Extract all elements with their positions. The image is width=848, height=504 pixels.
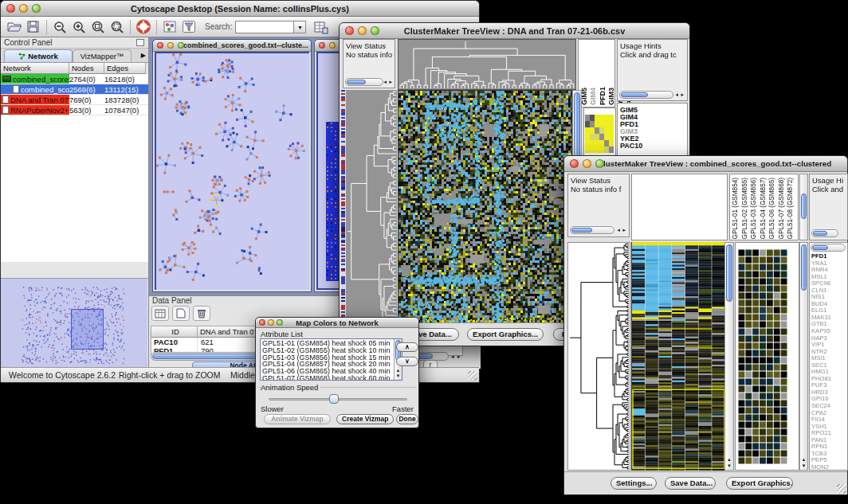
scroll-down-icon[interactable]: ▼ bbox=[725, 463, 733, 469]
attribute-item[interactable]: GPL51-07 (GSM868) heat shock 60 min bbox=[262, 375, 393, 381]
search-input[interactable] bbox=[235, 21, 294, 33]
gene-label[interactable]: RPO21 bbox=[811, 430, 847, 437]
array-label[interactable]: GPL51-01 (GSM854) bbox=[732, 178, 741, 239]
animate-vizmap-button[interactable]: Animate Vizmap bbox=[264, 414, 331, 424]
scroll-left-icon[interactable]: ◂ bbox=[451, 353, 454, 361]
treeview-combined-titlebar[interactable]: ClusterMaker TreeView : combined_scores_… bbox=[564, 156, 847, 172]
gene-label[interactable]: KAP95 bbox=[811, 328, 847, 335]
heatmap-canvas[interactable] bbox=[631, 242, 725, 471]
select-attributes-icon[interactable] bbox=[151, 306, 169, 321]
gene-label[interactable]: YRA1 bbox=[811, 260, 847, 268]
selected-cluster-matrix[interactable] bbox=[585, 115, 614, 153]
zoom-out-icon[interactable] bbox=[50, 18, 69, 36]
usage-hints-hscrollbar[interactable] bbox=[619, 91, 673, 99]
scroll-right-icon[interactable]: ▸ bbox=[389, 78, 392, 86]
gene-label[interactable]: RNR4 bbox=[811, 267, 847, 274]
gene-label[interactable]: PHO81 bbox=[811, 376, 847, 383]
column-tree-area[interactable] bbox=[631, 174, 728, 240]
gene-label[interactable]: HAP3 bbox=[811, 335, 847, 342]
scroll-down-icon[interactable]: ▼ bbox=[395, 373, 402, 379]
array-label[interactable]: GPL51-08 (GSM872) bbox=[787, 178, 796, 239]
speed-slider-thumb[interactable] bbox=[329, 394, 339, 404]
close-icon[interactable] bbox=[570, 159, 579, 168]
minimize-icon[interactable] bbox=[19, 4, 28, 13]
gene-label[interactable]: SPC98 bbox=[811, 280, 847, 287]
move-up-button[interactable]: ∧ bbox=[396, 342, 418, 352]
gene-label[interactable]: PUF3 bbox=[811, 382, 847, 389]
minimize-icon[interactable] bbox=[329, 42, 336, 49]
network-table-row[interactable]: combined_scores 2764(0) 16218(0) bbox=[1, 74, 148, 84]
delete-attribute-icon[interactable] bbox=[193, 306, 210, 321]
minimize-icon[interactable] bbox=[583, 159, 591, 168]
float-panel-icon[interactable] bbox=[136, 39, 144, 46]
network-table-row[interactable]: RNAPuberNov2+ 563(0) 107847(0) bbox=[1, 105, 148, 115]
attribute-item[interactable]: GPL51-02 (GSM855) heat shock 10 min bbox=[262, 347, 393, 354]
gene-label[interactable]: TCB3 bbox=[811, 451, 847, 458]
gene-label[interactable]: GPI16 bbox=[811, 396, 847, 403]
gene-label[interactable]: HMG1 bbox=[811, 369, 847, 376]
vizmapper-icon[interactable] bbox=[160, 18, 179, 36]
birdseye-canvas[interactable] bbox=[1, 279, 147, 368]
row-gene-label[interactable]: PAC10 bbox=[620, 143, 687, 150]
gene-label[interactable]: SEC1 bbox=[811, 362, 847, 369]
zoom-in-icon[interactable] bbox=[69, 18, 88, 36]
zoom-fit-icon[interactable] bbox=[88, 18, 108, 36]
gene-label[interactable]: RPN1 bbox=[811, 443, 847, 451]
scroll-right-icon[interactable]: ▸ bbox=[457, 353, 461, 361]
tab-overflow-icon[interactable]: ▶ bbox=[141, 52, 146, 59]
gene-label[interactable]: CLN1 bbox=[811, 287, 847, 295]
view-status-hscrollbar[interactable] bbox=[570, 226, 614, 234]
attribute-listbox[interactable]: GPL51-01 (GSM854) heat shock 05 minGPL51… bbox=[260, 338, 402, 381]
network-canvas[interactable] bbox=[156, 53, 309, 290]
column-gene-label[interactable]: GIM4 bbox=[589, 88, 597, 105]
network-window-1[interactable]: combined_scores_good.txt--cluste... bbox=[152, 39, 312, 292]
usage-hints-hscrollbar[interactable] bbox=[811, 229, 838, 237]
gene-label[interactable]: SEC24 bbox=[811, 403, 847, 410]
gene-label[interactable]: MON2 bbox=[811, 464, 847, 471]
attribute-item[interactable]: GPL51-01 (GSM854) heat shock 05 min bbox=[262, 340, 393, 347]
zoom-window-icon[interactable] bbox=[595, 159, 604, 168]
open-file-icon[interactable] bbox=[5, 18, 24, 36]
row-dendrogram[interactable] bbox=[568, 243, 630, 470]
zoom-vscrollbar[interactable]: ▲ ▼ bbox=[799, 242, 808, 471]
close-icon[interactable] bbox=[6, 4, 15, 13]
column-header[interactable]: Network bbox=[1, 63, 69, 74]
move-down-button[interactable]: ∨ bbox=[396, 357, 418, 366]
zoom-window-icon[interactable] bbox=[178, 42, 184, 49]
row-dendrogram[interactable] bbox=[346, 90, 397, 324]
heatmap-vscrollbar[interactable]: ▲ ▼ bbox=[724, 242, 734, 471]
scroll-right-icon[interactable]: ▸ bbox=[622, 226, 626, 234]
gene-label[interactable]: VIP1 bbox=[811, 342, 847, 349]
array-label[interactable]: GPL51-07 (GSM868) bbox=[778, 178, 787, 239]
resize-grip[interactable] bbox=[837, 484, 846, 494]
column-dendrogram[interactable] bbox=[398, 39, 576, 90]
array-label[interactable]: GPL51-04 (GSM857) bbox=[760, 178, 769, 239]
zoom-heatmap-canvas[interactable] bbox=[738, 249, 787, 464]
gene-label[interactable]: YSH1 bbox=[811, 424, 847, 431]
main-titlebar[interactable]: Cytoscape Desktop (Session Name: collins… bbox=[1, 1, 479, 17]
new-attribute-icon[interactable] bbox=[172, 306, 190, 321]
gene-label[interactable]: PAN1 bbox=[811, 437, 847, 444]
gene-label[interactable]: PEP5 bbox=[811, 457, 847, 464]
heatmap-canvas[interactable] bbox=[398, 90, 572, 326]
tab-vizmapper[interactable]: VizMapper™ bbox=[73, 49, 132, 62]
array-label[interactable]: GPL51-06 (GSM865) bbox=[768, 178, 778, 239]
gene-label[interactable]: GTB1 bbox=[811, 321, 847, 328]
column-gene-label[interactable]: GIM3 bbox=[607, 88, 615, 105]
close-icon[interactable] bbox=[259, 319, 265, 326]
scroll-left-icon[interactable]: ◂ bbox=[383, 78, 387, 86]
help-lifesaver-icon[interactable] bbox=[134, 18, 153, 36]
gene-label[interactable]: NTR2 bbox=[811, 349, 847, 356]
zoom-window-icon[interactable] bbox=[277, 319, 283, 326]
minimize-icon[interactable] bbox=[358, 26, 367, 35]
gene-label[interactable]: PFD1 bbox=[811, 253, 847, 260]
minimize-icon[interactable] bbox=[167, 42, 174, 49]
minimize-icon[interactable] bbox=[268, 319, 274, 326]
array-label[interactable]: GPL51-02 (GSM855) bbox=[741, 178, 751, 239]
zoom-window-icon[interactable] bbox=[32, 4, 41, 13]
attribute-item[interactable]: GPL51-06 (GSM865) heat shock 40 min bbox=[262, 368, 393, 375]
close-icon[interactable] bbox=[345, 26, 354, 35]
filter-icon[interactable] bbox=[179, 18, 198, 36]
column-header[interactable]: Edges bbox=[104, 63, 146, 74]
attribute-item[interactable]: GPL51-03 (GSM856) heat shock 15 min bbox=[262, 354, 393, 361]
